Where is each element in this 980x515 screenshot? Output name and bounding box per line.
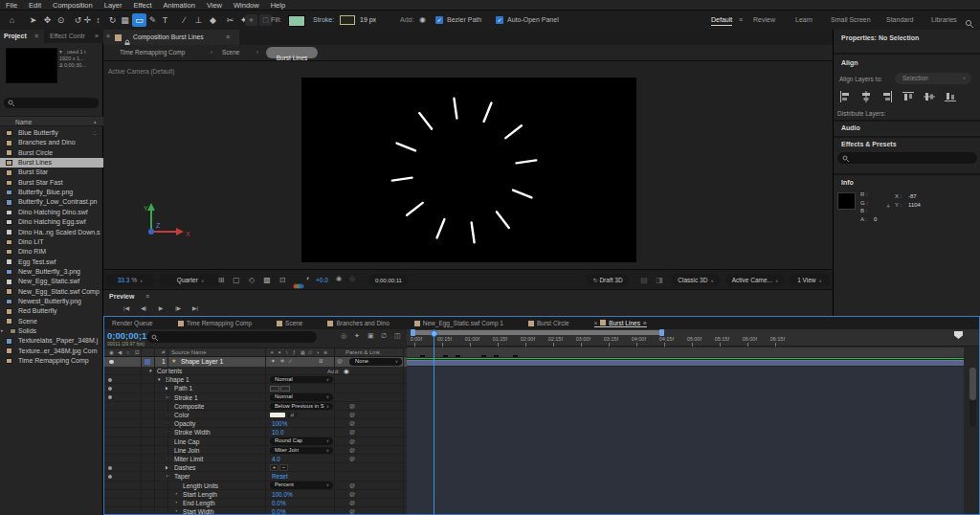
project-item-egg-test-swf[interactable]: Egg Test.swf — [0, 258, 103, 267]
checkbox-checked-icon[interactable]: ✓ — [435, 16, 443, 24]
region-of-interest-icon[interactable]: ◇ — [245, 274, 258, 286]
pickwhip-icon[interactable]: @ — [349, 446, 355, 455]
dolly-camera-tool[interactable]: ↕ — [91, 13, 105, 27]
pickwhip-icon[interactable]: @ — [349, 490, 355, 499]
fast-previews-icon[interactable]: ◨ — [653, 274, 666, 286]
align-vertical-center-button[interactable] — [924, 89, 935, 106]
rectangle-tool[interactable]: ▭ — [132, 13, 146, 27]
workspace-small-screen[interactable]: Small Screen — [831, 16, 871, 23]
align-horizontal-center-button[interactable] — [860, 89, 872, 106]
menu-edit[interactable]: Edit — [29, 1, 41, 10]
checkbox-checked-icon[interactable]: ✓ — [496, 16, 503, 24]
color-swatch[interactable] — [270, 413, 285, 418]
property-row-color[interactable]: ◔Color⇄@ — [104, 411, 407, 419]
tab-overflow-icon[interactable]: » — [95, 33, 99, 39]
name-column-header[interactable]: Name▴ — [0, 116, 103, 126]
project-item-dino-lit[interactable]: Dino LIT — [0, 237, 103, 247]
timeline-search-input[interactable] — [162, 331, 315, 345]
motion-blur-icon[interactable]: ∅ — [381, 332, 387, 340]
workspace-learn[interactable]: Learn — [795, 16, 813, 23]
layer-row-shape-layer-1[interactable]: 1★Shape Layer 1✦✳∕⊠@None∨ — [104, 357, 407, 367]
renderer-dropdown[interactable]: Classic 3D∨ — [671, 274, 721, 286]
stopwatch-icon[interactable]: ◔ — [174, 499, 178, 507]
twirl-icon[interactable]: ▼ — [148, 367, 152, 375]
layer-switch-icon[interactable]: ✳ — [280, 357, 285, 367]
property-value[interactable]: Reset — [272, 472, 288, 481]
project-item-texture-er-348m-jpg-com[interactable]: Texture..er_348M.jpg Com — [0, 347, 103, 356]
project-item-butterfly-low-contrast-pn[interactable]: Butterfly_Low_Contrast.pn — [0, 197, 103, 207]
home-tool[interactable]: ⌂ — [5, 13, 19, 27]
property-value[interactable]: 4.0 — [272, 455, 280, 463]
breadcrumb-scene[interactable]: Scene — [222, 49, 239, 56]
project-item-dino-hatching-egg-swf[interactable]: Dino Hatching Egg.swf — [0, 217, 103, 227]
close-icon[interactable]: × — [106, 33, 110, 39]
property-value[interactable]: 0.0% — [272, 507, 286, 515]
clone-stamp-tool[interactable]: ⊥ — [191, 13, 206, 27]
brush-tool[interactable]: ∕ — [177, 13, 191, 27]
stroke-width-value[interactable]: 19 px — [360, 16, 376, 23]
breadcrumb-burst-lines-chip[interactable]: Burst Lines — [266, 47, 318, 58]
thumb-dropdown-icon[interactable]: ▾ — [59, 49, 62, 55]
visibility-toggle[interactable] — [108, 466, 112, 470]
pickwhip-icon[interactable]: @ — [349, 499, 355, 507]
panel-menu-icon[interactable]: ≡ — [643, 320, 647, 326]
work-area-bar[interactable] — [412, 330, 663, 335]
property-row-taper[interactable]: ▼TaperReset — [104, 472, 407, 481]
menu-composition[interactable]: Composition — [53, 1, 93, 10]
twirl-icon[interactable]: ▸ — [1, 327, 4, 333]
project-item-newest-butterfly-png[interactable]: Newest_Butterfly.png — [0, 297, 103, 306]
pickwhip-icon[interactable]: @ — [349, 411, 355, 419]
last-frame-button[interactable]: ▶| — [188, 303, 203, 314]
project-item-texturelabs-paper-348m-j[interactable]: Texturelabs_Paper_348M.j — [0, 336, 103, 346]
selection-tool[interactable]: ➤ — [26, 13, 40, 27]
frame-blend-icon[interactable]: ▣ — [368, 332, 374, 340]
fill-color-swatch[interactable] — [288, 15, 305, 27]
first-frame-button[interactable]: |◀ — [119, 303, 134, 314]
pickwhip-icon[interactable]: @ — [349, 428, 355, 437]
tab-project[interactable]: Project≡ — [0, 30, 44, 43]
pickwhip-icon[interactable]: @ — [349, 481, 355, 490]
project-item-blue-butterfly[interactable]: Blue Butterfly∴ — [0, 128, 103, 138]
previous-frame-button[interactable]: ◀| — [136, 303, 151, 314]
property-row-stroke-width[interactable]: ◔Stroke Width10.0@ — [104, 428, 407, 437]
property-row-start-width[interactable]: ◔Start Width0.0%@ — [104, 507, 407, 515]
current-time-display[interactable]: 0;00;00;11 — [107, 330, 151, 341]
property-row-length-units[interactable]: Length UnitsPercent∨@ — [104, 481, 407, 490]
align-bottom-button[interactable] — [945, 89, 956, 106]
menu-animation[interactable]: Animation — [164, 1, 195, 10]
parent-dropdown[interactable]: None∨ — [349, 358, 402, 366]
show-snapshot-icon[interactable]: ◎ — [349, 275, 355, 282]
property-dropdown[interactable]: Percent∨ — [270, 481, 333, 488]
project-item-butterfly-blue-png[interactable]: Butterfly_Blue.png — [0, 188, 103, 197]
visibility-toggle[interactable] — [108, 475, 112, 479]
type-tool[interactable]: T — [158, 13, 172, 27]
tab-composition-burst-lines[interactable]: ×Composition Burst Lines≡ — [103, 30, 239, 45]
transparency-grid-icon[interactable]: ▩ — [260, 274, 274, 286]
menu-effect[interactable]: Effect — [133, 1, 151, 10]
align-left-button[interactable] — [839, 89, 851, 106]
property-row-line-join[interactable]: Line JoinMiter Join∨@ — [104, 446, 407, 455]
project-search-input[interactable] — [17, 98, 98, 110]
pickwhip-icon[interactable]: @ — [349, 402, 355, 411]
viewer-timecode[interactable]: 0;00;00;11 — [368, 274, 409, 286]
grid-guides-icon[interactable]: ⊞ — [214, 274, 228, 286]
playhead-line[interactable] — [434, 329, 434, 514]
visibility-toggle[interactable] — [108, 387, 112, 391]
layer-switch-icon[interactable]: ✦ — [271, 357, 276, 367]
pickwhip-icon[interactable]: @ — [349, 419, 355, 428]
play-button[interactable]: ▶ — [153, 303, 168, 314]
property-row-composite[interactable]: CompositeBelow Previous in S∨@ — [104, 402, 407, 411]
draft-3d-toggle[interactable]: ↻Draft 3D — [587, 274, 629, 286]
scrollbar-thumb[interactable] — [969, 368, 976, 400]
pickwhip-icon[interactable]: @ — [349, 507, 355, 515]
add-property-icon[interactable]: ◉ — [344, 367, 349, 375]
breadcrumb-time-remapping-comp[interactable]: Time Remapping Comp — [120, 49, 185, 56]
exposure-value[interactable]: +0.0 — [316, 277, 328, 283]
visibility-toggle[interactable] — [108, 395, 112, 399]
property-row-shape-1[interactable]: ▼Shape 1Normal∨ — [104, 375, 407, 384]
property-value[interactable]: 10.0 — [272, 428, 283, 437]
align-target-dropdown[interactable]: Selection∨ — [895, 73, 971, 84]
snapshot-camera-icon[interactable]: ◉ — [336, 275, 342, 282]
project-item-burst-circle[interactable]: Burst Circle — [0, 148, 103, 158]
workspace-default[interactable]: Default — [711, 16, 732, 26]
